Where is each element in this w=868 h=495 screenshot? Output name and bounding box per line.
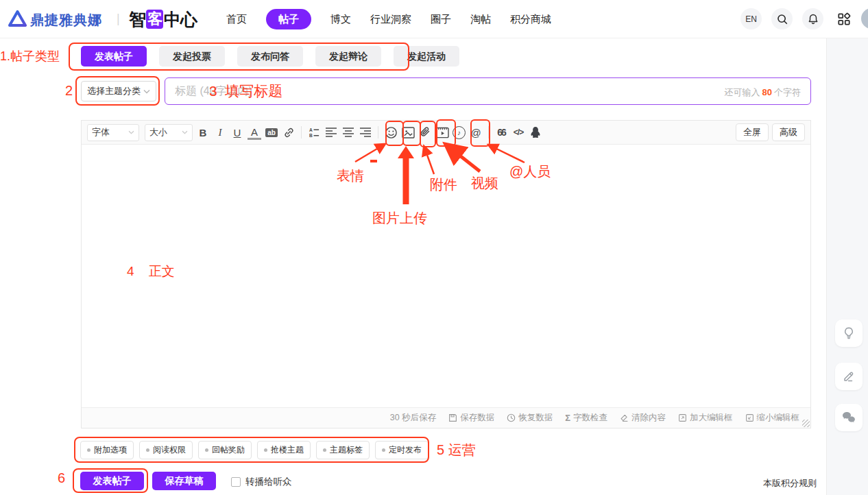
tab-start-activity[interactable]: 发起活动 [394,46,459,67]
emoji-icon [385,126,398,139]
option-floor-grab[interactable]: 抢楼主题 [257,441,311,459]
font-family-select[interactable]: 字体 [87,124,139,141]
image-icon [402,127,415,138]
broadcast-checkbox[interactable] [231,477,241,487]
ordered-list-button[interactable]: AB [307,123,321,141]
word-count-label: 字数检查 [573,412,607,424]
option-reply-reward[interactable]: 回帖奖励 [198,441,252,459]
tab-publish-post[interactable]: 发表帖子 [81,46,147,67]
audio-icon: ♪ [457,129,461,136]
advanced-button[interactable]: 高级 [772,123,805,141]
brand-char-post: 中心 [164,10,197,29]
publish-post-button[interactable]: 发表帖子 [80,472,144,490]
enlarge-icon [678,413,687,422]
option-scheduled-publish[interactable]: 定时发布 [375,441,429,459]
nav-item-industry-insight[interactable]: 行业洞察 [370,13,411,26]
brand-char-boxed: 客 [146,10,163,29]
bullet-dot-icon [264,448,267,452]
ordered-list-icon: AB [309,127,320,138]
font-size-select[interactable]: 大小 [145,124,193,141]
restore-data-button[interactable]: 恢复数据 [507,412,553,424]
tab-publish-question[interactable]: 发布问答 [237,46,303,67]
italic-button[interactable]: I [213,123,227,141]
align-right-button[interactable] [359,123,372,141]
annotation-post-type-label: 1.帖子类型 [0,48,60,64]
align-center-button[interactable] [341,123,355,141]
counter-suffix: 个字符 [774,87,801,97]
attachment-button[interactable] [418,123,432,141]
bold-button[interactable]: B [196,123,210,141]
post-editor-page: 鼎捷雅典娜 | 智客中心 首页 帖子 博文 行业洞察 圈子 淘帖 积分商城 EN [0,0,868,495]
top-navbar: 鼎捷雅典娜 | 智客中心 首页 帖子 博文 行业洞察 圈子 淘帖 积分商城 EN [0,0,868,38]
align-center-icon [343,128,354,137]
toolbar-divider [301,126,302,138]
save-data-button[interactable]: 保存数据 [448,412,494,424]
align-left-button[interactable] [324,123,338,141]
clear-content-button[interactable]: 清除内容 [620,412,666,424]
autosave-status: 30 秒后保存 [390,412,436,424]
nav-item-home[interactable]: 首页 [226,13,247,26]
language-label: EN [745,14,757,24]
tab-start-poll[interactable]: 发起投票 [159,46,225,67]
font-size-value: 大小 [149,126,182,138]
video-upload-button[interactable] [435,123,449,141]
svg-text:A: A [309,127,312,132]
emoji-button[interactable] [384,123,398,141]
clock-icon [507,413,516,422]
nav-item-blogs[interactable]: 博文 [330,13,351,26]
editor-toolbar: 字体 大小 B I U A ab AB [82,121,810,145]
option-floor-grab-label: 抢楼主题 [271,444,304,456]
search-button[interactable] [771,8,793,29]
bell-icon [807,13,819,25]
mention-button[interactable]: @ [469,123,483,141]
autosave-label: 30 秒后保存 [390,412,436,424]
bullet-dot-icon [205,448,208,452]
write-post-button[interactable] [835,363,863,390]
tips-button[interactable] [835,319,863,347]
option-extra[interactable]: 附加选项 [80,441,134,459]
option-topic-tags[interactable]: 主题标签 [316,441,370,459]
toolbar-divider [378,126,378,138]
nav-item-circles[interactable]: 圈子 [431,13,451,26]
topic-category-select[interactable]: 选择主题分类 [81,81,156,101]
eraser-icon [620,413,629,422]
brand-name-secondary: 智客中心 [129,8,197,31]
enlarge-editor-button[interactable]: 加大编辑框 [678,412,733,424]
fullscreen-button[interactable]: 全屏 [736,123,769,141]
tab-start-debate[interactable]: 发起辩论 [315,46,381,67]
points-rule-link[interactable]: 本版积分规则 [763,477,817,490]
option-extra-label: 附加选项 [94,444,127,456]
qq-share-button[interactable] [529,123,542,141]
font-color-button[interactable]: A [248,126,261,140]
save-draft-button[interactable]: 保存草稿 [152,472,216,490]
insert-link-button[interactable] [282,123,296,141]
avatar[interactable] [861,8,868,29]
broadcast-checkbox-row[interactable]: 转播给听众 [231,476,292,488]
quote-button[interactable]: 66 [494,123,508,141]
bullet-dot-icon [382,448,385,452]
feedback-chat-button[interactable] [835,404,863,431]
penguin-icon [529,126,542,138]
annotation-ops-label: 5 运营 [437,441,476,459]
nav-item-posts-active[interactable]: 帖子 [266,9,311,29]
editor-resize-handle[interactable] [802,420,810,427]
language-toggle[interactable]: EN [740,8,762,29]
option-read-permission[interactable]: 阅读权限 [139,441,193,459]
nav-item-taotie[interactable]: 淘帖 [470,13,491,26]
audio-button[interactable]: ♪ [453,126,466,139]
notifications-button[interactable] [802,8,823,29]
nav-item-points-mall[interactable]: 积分商城 [510,13,551,26]
shrink-editor-button[interactable]: 缩小编辑框 [745,412,800,424]
word-count-button[interactable]: Σ 字数检查 [565,412,607,424]
link-icon [283,127,295,138]
editor-body[interactable] [82,145,810,407]
underline-button[interactable]: U [230,123,244,141]
title-input[interactable]: 标题 (40字以内) 还可输入80个字符 [165,77,811,105]
highlight-button[interactable]: ab [265,123,278,141]
title-char-counter: 还可输入80个字符 [725,86,801,99]
apps-menu-button[interactable] [833,8,854,29]
image-upload-button[interactable] [401,123,415,141]
align-right-icon [360,128,371,137]
code-button[interactable]: </> [511,123,525,141]
chat-bubbles-icon [841,411,856,424]
